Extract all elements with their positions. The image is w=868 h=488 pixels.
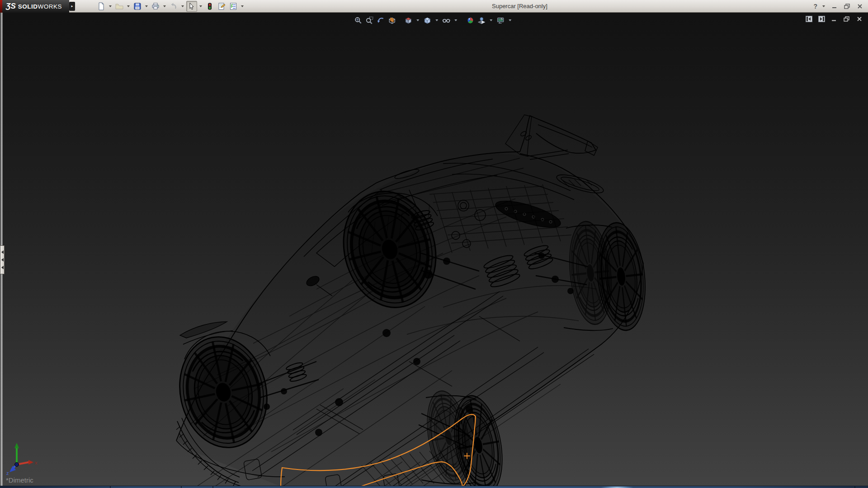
open-button[interactable]: [114, 1, 125, 12]
solidworks-logo[interactable]: ƷS SOLIDWORKS: [2, 0, 69, 13]
collapse-arrow-icon: [1, 250, 4, 254]
view-orientation-button[interactable]: [404, 16, 413, 25]
document-title: Supercar [Read-only]: [492, 3, 547, 9]
select-dropdown-caret[interactable]: [199, 5, 202, 7]
save-dropdown-caret[interactable]: [145, 5, 148, 7]
undo-icon: [170, 2, 178, 10]
view-orientation-icon: [404, 16, 412, 24]
pane-toggle-right-icon: [818, 16, 825, 22]
edit-appearance-button[interactable]: [466, 16, 475, 25]
undo-button[interactable]: [168, 1, 179, 12]
section-view-button[interactable]: [387, 16, 396, 25]
heads-up-view-toolbar: [354, 15, 513, 25]
triad-z-label: z: [6, 470, 9, 476]
menu-bar: ƷS SOLIDWORKS ▸: [0, 0, 868, 13]
pane-toggle-right-button[interactable]: [817, 15, 826, 23]
select-cursor-icon: [188, 2, 196, 10]
view-orientation-caret[interactable]: [416, 19, 419, 21]
zoom-to-area-button[interactable]: [365, 16, 374, 25]
open-dropdown-caret[interactable]: [127, 5, 130, 7]
print-button[interactable]: [150, 1, 161, 12]
zoom-to-fit-icon: [354, 16, 362, 24]
hide-show-items-button[interactable]: [442, 16, 451, 25]
previous-view-icon: [377, 16, 385, 24]
zoom-to-fit-button[interactable]: [354, 16, 363, 25]
stoplight-icon: [206, 2, 214, 10]
restore-document-button[interactable]: [843, 15, 851, 23]
eyeglasses-icon: [442, 16, 450, 24]
close-document-button[interactable]: [855, 15, 863, 23]
solidworks-window: x z ƷS SOLIDWORKS ▸: [0, 0, 868, 488]
minimize-document-icon: [831, 16, 837, 22]
view-settings-caret[interactable]: [509, 19, 511, 21]
stoplight-button[interactable]: [204, 1, 215, 12]
collapsed-feature-tree-tab[interactable]: [0, 245, 5, 274]
reference-triad: x z: [6, 443, 38, 476]
close-button[interactable]: [855, 2, 864, 10]
display-style-button[interactable]: [423, 16, 432, 25]
pane-toggle-left-icon: [806, 16, 812, 22]
section-view-icon: [388, 16, 396, 24]
view-settings-button[interactable]: [496, 16, 505, 25]
new-document-button[interactable]: [96, 1, 107, 12]
options-checklist-icon: [229, 2, 237, 10]
zoom-to-area-icon: [365, 16, 373, 24]
document-window-controls: [805, 15, 863, 23]
restore-icon: [844, 4, 850, 9]
close-document-icon: [857, 16, 862, 22]
standard-toolbar: [96, 0, 245, 13]
logo-brand: SOLIDWORKS: [18, 3, 62, 10]
apply-scene-button[interactable]: [477, 16, 486, 25]
logo-glyph: ƷS: [6, 2, 16, 11]
options-button[interactable]: [228, 1, 239, 12]
options-dropdown-caret[interactable]: [241, 5, 244, 7]
restore-document-icon: [844, 16, 850, 22]
window-controls: ?: [813, 0, 864, 13]
collapse-arrow-icon: [1, 258, 4, 262]
select-tool-button[interactable]: [186, 1, 197, 12]
restore-button[interactable]: [843, 2, 852, 10]
print-dropdown-caret[interactable]: [163, 5, 166, 7]
save-floppy-icon: [133, 2, 142, 10]
minimize-document-button[interactable]: [830, 15, 838, 23]
new-dropdown-caret[interactable]: [109, 5, 112, 7]
model-scene: x z: [0, 13, 868, 488]
save-button[interactable]: [132, 1, 143, 12]
new-document-icon: [97, 2, 105, 10]
previous-view-button[interactable]: [376, 16, 385, 25]
display-style-caret[interactable]: [435, 19, 438, 21]
file-properties-button[interactable]: [216, 1, 227, 12]
close-icon: [857, 4, 863, 9]
minimize-button[interactable]: [830, 2, 839, 10]
apply-scene-icon: [477, 16, 486, 24]
display-style-icon: [423, 16, 431, 24]
view-settings-icon: [496, 16, 505, 24]
open-folder-icon: [115, 2, 123, 10]
help-button[interactable]: ?: [813, 3, 817, 10]
apply-scene-caret[interactable]: [490, 19, 492, 21]
help-dropdown-caret[interactable]: [822, 5, 825, 7]
view-orientation-label: *Dimetric: [6, 476, 33, 484]
print-icon: [151, 2, 160, 10]
taskbar-edge: [0, 486, 868, 488]
hide-show-items-caret[interactable]: [454, 19, 457, 21]
car-wireframe-model[interactable]: [170, 115, 650, 488]
pane-toggle-left-button[interactable]: [805, 15, 813, 23]
undo-dropdown-caret[interactable]: [181, 5, 184, 7]
menu-flyout-arrow[interactable]: ▸: [69, 2, 75, 11]
minimize-icon: [832, 4, 837, 9]
file-properties-icon: [217, 2, 226, 10]
appearance-ball-icon: [466, 16, 474, 24]
taskbar-glow: [601, 486, 633, 488]
collapse-arrow-icon: [1, 266, 4, 269]
triad-x-label: x: [35, 460, 38, 465]
